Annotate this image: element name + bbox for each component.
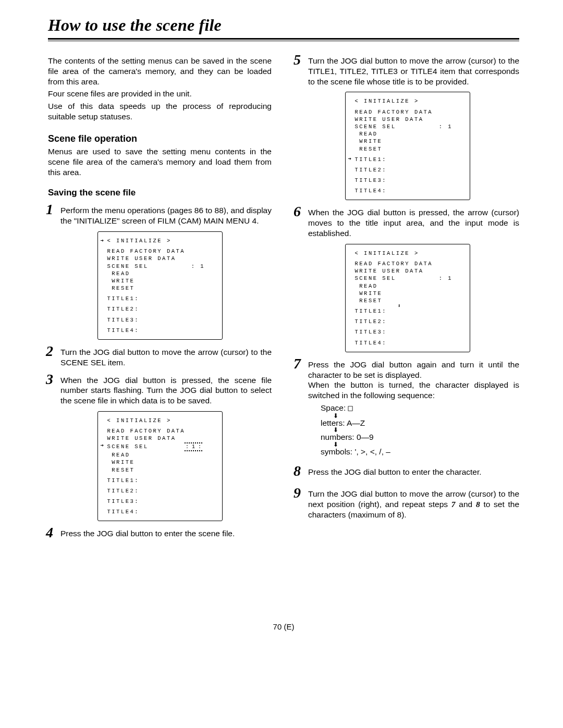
menu-line: TITLE2: xyxy=(355,166,463,174)
step-8-text: Press the JOG dial button to enter the c… xyxy=(308,467,519,477)
step-number-4: 4 xyxy=(46,524,53,541)
heading-saving-scene-file: Saving the scene file xyxy=(48,188,272,198)
menu-line: READ xyxy=(107,270,216,277)
menu-box-4: < INITIALIZE > READ FACTORY DATA WRITE U… xyxy=(345,244,470,352)
menu-line: TITLE2: xyxy=(107,305,216,313)
menu-box-3: < INITIALIZE > READ FACTORY DATA WRITE U… xyxy=(345,92,470,200)
menu-line: TITLE3: xyxy=(107,316,216,324)
menu-line: SCENE SEL : 1 xyxy=(355,275,463,282)
menu-line: TITLE1: xyxy=(355,307,463,315)
step-7: 7 Press the JOG dial button again and tu… xyxy=(296,360,519,455)
rule-thick xyxy=(48,38,519,40)
step-number-2: 2 xyxy=(46,343,53,360)
arrow-right-icon: ➔ xyxy=(348,155,352,163)
menu-line: TITLE3: xyxy=(355,328,463,336)
menu-line: WRITE xyxy=(107,459,216,466)
step-1: 1 Perform the menu operations (pages 86 … xyxy=(48,205,272,226)
square-icon: □ xyxy=(348,403,353,413)
step-7a: Press the JOG dial button again and turn… xyxy=(308,360,519,380)
step-6-text: When the JOG dial button is pressed, the… xyxy=(308,207,519,238)
menu-line: SCENE SEL : 1 xyxy=(107,263,216,270)
step-1-text: Perform the menu operations (pages 86 to… xyxy=(60,205,272,226)
step-number-3: 3 xyxy=(46,371,53,388)
seq-space: Space: □ xyxy=(321,404,519,413)
right-column: 5 Turn the JOG dial button to move the a… xyxy=(296,56,519,539)
step-ref-7: 7 xyxy=(451,500,456,509)
intro-para-1: The contents of the setting menus can be… xyxy=(48,56,272,87)
step-number-6: 6 xyxy=(293,203,301,220)
menu-line: SCENE SEL : 1 : xyxy=(107,442,216,452)
seq-letters: letters: A—Z xyxy=(321,419,519,427)
page-footer: 70 (E) xyxy=(48,622,519,631)
menu-line: TITLE3: xyxy=(355,177,463,184)
menu-header: < INITIALIZE > xyxy=(355,250,463,257)
menu-box-1: ➔ < INITIALIZE > READ FACTORY DATA WRITE… xyxy=(97,231,223,340)
two-column-layout: The contents of the setting menus can be… xyxy=(48,56,519,539)
menu-line: WRITE USER DATA xyxy=(355,116,463,123)
menu-line: TITLE2: xyxy=(107,487,216,495)
arrow-right-icon: ➔ xyxy=(101,442,104,450)
menu-line: READ FACTORY DATA xyxy=(107,427,216,435)
menu-line: SCENE SEL : 1 xyxy=(355,123,463,130)
step-2-text: Turn the JOG dial button to move the arr… xyxy=(60,347,272,368)
menu-line: READ FACTORY DATA xyxy=(355,260,463,267)
menu-line: TITLE4: xyxy=(355,339,463,347)
menu-line: TITLE4: xyxy=(107,508,216,515)
page-title: How to use the scene file xyxy=(48,16,519,35)
menu-header: < INITIALIZE > xyxy=(355,97,463,105)
arrow-down-icon: ⬇ xyxy=(333,441,519,448)
menu-line: TITLE4: xyxy=(355,187,463,194)
menu-line: RESET xyxy=(107,285,216,292)
blinking-value: : 1 : xyxy=(185,442,202,452)
arrow-down-icon: ⬇ xyxy=(398,303,401,310)
step-7b: When the button is turned, the character… xyxy=(308,380,519,401)
menu-line: TITLE1: xyxy=(107,477,216,484)
intro-para-2: Four scene files are provided in the uni… xyxy=(48,89,272,99)
menu-line: WRITE xyxy=(355,138,463,145)
scene-op-para: Menus are used to save the setting menu … xyxy=(48,146,272,177)
step-number-8: 8 xyxy=(293,463,301,479)
menu-line: TITLE1: xyxy=(355,156,463,163)
menu-line: READ xyxy=(107,451,216,459)
step-9-mid: and xyxy=(456,500,476,509)
step-8: 8 Press the JOG dial button to enter the… xyxy=(296,467,519,477)
menu-line: READ xyxy=(355,282,463,290)
menu-line: WRITE USER DATA xyxy=(107,255,216,262)
step-5: 5 Turn the JOG dial button to move the a… xyxy=(296,56,519,87)
step-6: 6 When the JOG dial button is pressed, t… xyxy=(296,207,519,238)
heading-scene-file-operation: Scene file operation xyxy=(48,133,272,144)
arrow-down-icon: ⬇ xyxy=(333,413,519,419)
menu-line: WRITE USER DATA xyxy=(355,267,463,275)
menu-box-2: < INITIALIZE > READ FACTORY DATA WRITE U… xyxy=(97,411,223,521)
step-3: 3 When the JOG dial button is pressed, t… xyxy=(48,375,272,406)
intro-para-3: Use of this data speeds up the process o… xyxy=(48,101,272,122)
step-7-text: Press the JOG dial button again and turn… xyxy=(308,360,519,401)
menu-line: READ FACTORY DATA xyxy=(355,108,463,116)
step-9-text: Turn the JOG dial button to move the arr… xyxy=(308,489,519,520)
menu-line: READ FACTORY DATA xyxy=(107,248,216,255)
step-ref-8: 8 xyxy=(476,500,480,509)
step-2: 2 Turn the JOG dial button to move the a… xyxy=(48,347,272,368)
left-column: The contents of the setting menus can be… xyxy=(48,56,272,539)
rule-thin xyxy=(48,41,519,41)
step-9: 9 Turn the JOG dial button to move the a… xyxy=(296,489,519,520)
seq-numbers: numbers: 0—9 xyxy=(321,433,519,441)
step-number-7: 7 xyxy=(293,355,301,372)
char-sequence: Space: □ ⬇ letters: A—Z ⬇ numbers: 0—9 ⬇… xyxy=(321,404,519,455)
menu-line: RESET xyxy=(355,297,463,304)
step-4-text: Press the JOG dial button to enter the s… xyxy=(60,528,272,539)
menu-header: < INITIALIZE > xyxy=(107,417,216,424)
step-3-text: When the JOG dial button is pressed, the… xyxy=(60,375,272,406)
menu-line: TITLE3: xyxy=(107,498,216,505)
step-number-5: 5 xyxy=(293,52,301,68)
menu-line: TITLE2: xyxy=(355,318,463,325)
menu-line: WRITE xyxy=(107,277,216,285)
step-5-text: Turn the JOG dial button to move the arr… xyxy=(308,56,519,87)
step-4: 4 Press the JOG dial button to enter the… xyxy=(48,528,272,539)
step-number-9: 9 xyxy=(293,485,301,501)
menu-header: < INITIALIZE > xyxy=(107,237,216,244)
arrow-right-icon: ➔ xyxy=(101,237,104,245)
menu-line: WRITE xyxy=(355,290,463,297)
menu-line: TITLE1: xyxy=(107,295,216,302)
menu-line: READ xyxy=(355,130,463,138)
